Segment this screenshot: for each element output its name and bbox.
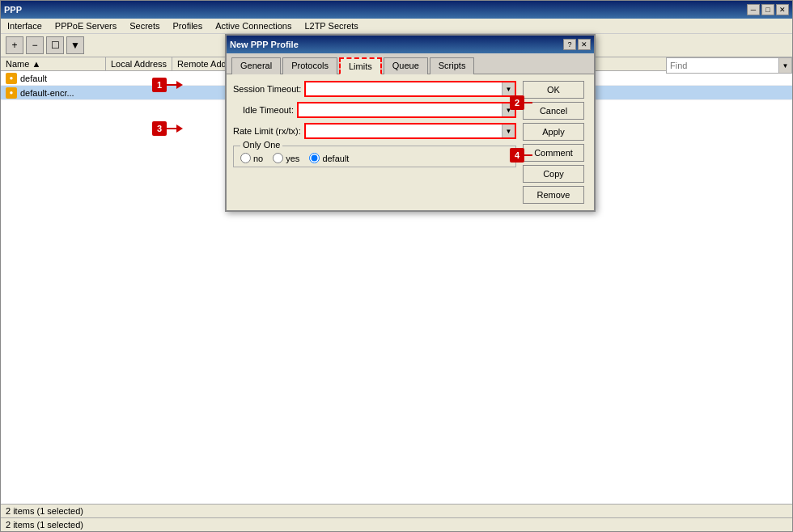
cell-local [106,92,171,94]
session-timeout-label: Session Timeout: [233,84,301,94]
find-box: ▼ [666,57,792,74]
cancel-button[interactable]: Cancel [523,102,584,120]
dialog-close-button[interactable]: ✕ [578,39,591,50]
cell-local [106,78,171,79]
dialog-title: New PPP Profile [230,40,299,49]
menu-item-profiles[interactable]: Profiles [167,19,210,33]
filter-button[interactable]: ▼ [66,36,84,54]
content-spacer [233,172,516,204]
session-timeout-dropdown-button[interactable]: ▼ [502,82,515,95]
tab-queue[interactable]: Queue [384,57,428,74]
cell-name: ● default [1,72,106,85]
radio-yes[interactable] [273,153,283,163]
dialog-new-ppp-profile: New PPP Profile ? ✕ General Protocols Li… [225,34,596,212]
dialog-help-button[interactable]: ? [563,39,576,50]
radio-option-default[interactable]: default [309,153,349,163]
title-bar-controls: ─ □ ✕ [747,4,789,15]
session-timeout-row: Session Timeout: ▼ [233,81,516,97]
rate-limit-row: Rate Limit (rx/tx): ▼ [233,123,516,139]
maximize-button[interactable]: □ [761,4,774,15]
header-name[interactable]: Name ▲ [1,57,106,70]
cell-name: ● default-encr... [1,87,106,99]
dialog-title-bar: New PPP Profile ? ✕ [227,36,594,53]
add-button[interactable]: + [6,36,23,54]
row-icon: ● [6,87,17,99]
menu-item-interface[interactable]: Interface [1,19,49,33]
status-bar: 2 items (1 selected) [1,504,792,517]
only-one-group: Only One no yes default [233,146,516,167]
session-timeout-combo[interactable]: ▼ [304,81,516,97]
menu-item-l2tp-secrets[interactable]: L2TP Secrets [298,19,364,33]
dialog-content: Session Timeout: ▼ Idle Timeout: ▼ [227,74,594,210]
radio-default[interactable] [309,153,320,163]
radio-option-yes[interactable]: yes [273,153,299,163]
find-input[interactable] [666,57,779,74]
only-one-radio-group: no yes default [240,153,509,163]
radio-no[interactable] [240,153,251,163]
window-title: PPP [4,5,22,15]
dialog-sidebar: OK Cancel Apply Comment Copy Remove [523,81,587,204]
status-bar-bottom: 2 items (1 selected) [1,517,792,531]
rate-limit-dropdown-button[interactable]: ▼ [502,125,515,137]
dialog-tabs: General Protocols Limits Queue Scripts [227,53,594,74]
rate-limit-combo[interactable]: ▼ [304,123,516,139]
find-dropdown-button[interactable]: ▼ [779,57,792,74]
ok-button[interactable]: OK [523,81,584,99]
idle-timeout-dropdown-button[interactable]: ▼ [502,103,515,116]
menu-item-pppoe-servers[interactable]: PPPoE Servers [49,19,123,33]
session-timeout-input[interactable] [306,82,502,95]
menu-item-secrets[interactable]: Secrets [123,19,166,33]
comment-button[interactable]: Comment [523,144,584,162]
rate-limit-label: Rate Limit (rx/tx): [233,126,301,136]
idle-timeout-row: Idle Timeout: ▼ [233,102,516,118]
copy-button[interactable]: ☐ [46,36,64,54]
header-local-address[interactable]: Local Address [106,57,172,70]
idle-timeout-label: Idle Timeout: [243,105,294,115]
apply-button[interactable]: Apply [523,123,584,141]
minimize-button[interactable]: ─ [747,4,760,15]
remove-button[interactable]: − [26,36,44,54]
rate-limit-input[interactable] [306,125,502,137]
remove-button[interactable]: Remove [523,186,584,204]
row-icon: ● [6,73,17,84]
only-one-legend: Only One [240,140,282,150]
close-button[interactable]: ✕ [776,4,789,15]
title-bar: PPP ─ □ ✕ [1,1,792,19]
menu-item-active-connections[interactable]: Active Connections [209,19,298,33]
idle-timeout-combo[interactable]: ▼ [297,102,516,118]
dialog-form: Session Timeout: ▼ Idle Timeout: ▼ [233,81,516,204]
dialog-title-controls: ? ✕ [563,39,591,50]
tab-scripts[interactable]: Scripts [430,57,475,74]
copy-button[interactable]: Copy [523,165,584,183]
radio-option-no[interactable]: no [240,153,263,163]
idle-timeout-input[interactable] [299,103,502,116]
menu-bar: Interface PPPoE Servers Secrets Profiles… [1,19,792,34]
tab-limits[interactable]: Limits [339,57,382,74]
tab-protocols[interactable]: Protocols [282,57,337,74]
tab-general[interactable]: General [231,57,281,74]
